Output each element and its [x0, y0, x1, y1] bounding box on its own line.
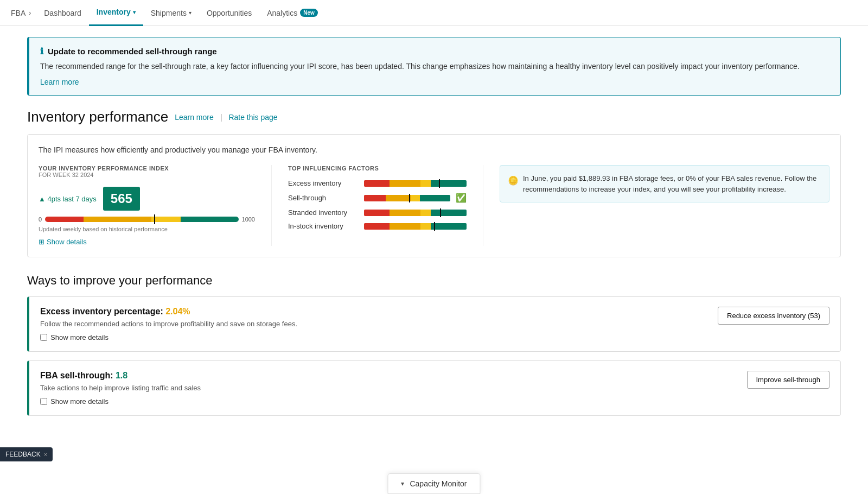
page-learn-more-link[interactable]: Learn more	[175, 113, 214, 122]
ipi-score-box: 565	[103, 187, 140, 211]
factor-row-1: Sell-through✅	[288, 193, 467, 203]
ipi-card-body: YOUR INVENTORY PERFORMANCE INDEX FOR WEE…	[39, 165, 829, 246]
improve-card-2: FBA sell-through: 1.8 Take actions to he…	[27, 360, 841, 416]
factor-bar-1	[364, 195, 450, 201]
factor-row-0: Excess inventory	[288, 179, 467, 187]
improve-value-2: 1.8	[116, 371, 127, 380]
dollar-circle-icon: 🪙	[508, 174, 519, 194]
factor-label-0: Excess inventory	[288, 179, 359, 187]
factor-bar-container-1	[364, 195, 450, 201]
ipi-updated: Updated weekly based on historical perfo…	[39, 226, 255, 232]
improve-card-1: Excess inventory percentage: 2.04% Follo…	[27, 296, 841, 352]
nav-inventory[interactable]: Inventory ▾	[89, 0, 143, 26]
expand-icon: ⊞	[39, 238, 44, 246]
nav-shipments[interactable]: Shipments ▾	[143, 0, 199, 26]
factors-title: TOP INFLUENCING FACTORS	[288, 165, 467, 172]
nav-analytics[interactable]: Analytics New	[259, 0, 326, 26]
factor-label-1: Sell-through	[288, 194, 359, 202]
inventory-chevron-icon: ▾	[133, 9, 136, 15]
nav-dashboard[interactable]: Dashboard	[36, 0, 89, 26]
ipi-card: The IPI measures how efficiently and pro…	[27, 134, 841, 257]
alert-body: The recommended range for the sell-throu…	[40, 61, 829, 72]
factor-marker-2	[440, 208, 441, 217]
ipi-delta: ▲ 4pts last 7 days	[39, 195, 97, 203]
page-title: Inventory performance	[27, 109, 168, 125]
alert-learn-more-link[interactable]: Learn more	[40, 78, 79, 86]
improve-checkbox-row-2: Show more details	[40, 397, 736, 406]
improve-sell-through-button[interactable]: Improve sell-through	[747, 371, 830, 389]
improve-card-1-right: Reduce excess inventory (53)	[707, 307, 829, 325]
improve-section-title: Ways to improve your performance	[27, 274, 841, 288]
shipments-chevron-icon: ▾	[189, 10, 192, 16]
ipi-desc: The IPI measures how efficiently and pro…	[39, 145, 829, 154]
analytics-new-badge: New	[300, 9, 318, 17]
title-separator: |	[220, 113, 222, 122]
factor-label-2: Stranded inventory	[288, 208, 359, 217]
ipi-range-start: 0	[39, 216, 42, 223]
alert-title: Update to recommended sell-through range	[48, 47, 217, 56]
factor-marker-3	[434, 222, 435, 231]
improve-checkbox-1[interactable]	[40, 334, 47, 341]
callout-text: In June, you paid $1,889.93 in FBA stora…	[523, 173, 821, 194]
page-title-row: Inventory performance Learn more | Rate …	[27, 109, 841, 125]
factor-check-icon-1: ✅	[456, 193, 467, 203]
ipi-marker	[154, 214, 155, 224]
improve-card-2-right: Improve sell-through	[736, 371, 830, 389]
factor-bar-container-2	[364, 210, 467, 216]
factor-label-3: In-stock inventory	[288, 222, 359, 230]
ipi-left: YOUR INVENTORY PERFORMANCE INDEX FOR WEE…	[39, 165, 272, 246]
factors-list: Excess inventorySell-through✅Stranded in…	[288, 179, 467, 230]
ipi-score-row: ▲ 4pts last 7 days 565	[39, 187, 255, 211]
improve-title-1: Excess inventory percentage: 2.04%	[40, 307, 707, 316]
improve-card-2-left: FBA sell-through: 1.8 Take actions to he…	[40, 371, 736, 406]
factor-bar-container-3	[364, 223, 467, 230]
ipi-range-bar: 0 1000	[39, 216, 255, 223]
improve-checkbox-2[interactable]	[40, 398, 47, 405]
factor-marker-0	[439, 179, 440, 188]
alert-banner: ℹ Update to recommended sell-through ran…	[27, 37, 841, 96]
nav-opportunities[interactable]: Opportunities	[199, 0, 259, 26]
top-nav: FBA › Dashboard Inventory ▾ Shipments ▾ …	[0, 0, 868, 26]
info-icon: ℹ	[40, 46, 43, 56]
ipi-middle: TOP INFLUENCING FACTORS Excess inventory…	[272, 165, 483, 246]
improve-desc-1: Follow the recommended actions to improv…	[40, 320, 707, 328]
improve-desc-2: Take actions to help improve listing tra…	[40, 384, 736, 392]
ipi-week-label: FOR WEEK 32 2024	[39, 172, 255, 178]
factor-row-3: In-stock inventory	[288, 222, 467, 230]
factor-marker-1	[409, 194, 410, 202]
improve-value-1: 2.04%	[165, 307, 190, 316]
factor-bar-2	[364, 210, 467, 216]
reduce-excess-inventory-button[interactable]: Reduce excess inventory (53)	[718, 307, 829, 325]
factor-bar-container-0	[364, 180, 467, 187]
improve-card-1-left: Excess inventory percentage: 2.04% Follo…	[40, 307, 707, 341]
factor-row-2: Stranded inventory	[288, 208, 467, 217]
nav-fba: FBA	[11, 9, 25, 17]
factor-bar-0	[364, 180, 467, 187]
rate-page-link[interactable]: Rate this page	[228, 113, 277, 122]
ipi-section-label: YOUR INVENTORY PERFORMANCE INDEX	[39, 165, 255, 172]
factor-bar-3	[364, 223, 467, 230]
ipi-right: 🪙 In June, you paid $1,889.93 in FBA sto…	[483, 165, 829, 246]
show-details-link[interactable]: ⊞ Show details	[39, 238, 255, 246]
nav-arrow: ›	[29, 9, 31, 17]
page-content: ℹ Update to recommended sell-through ran…	[11, 26, 857, 435]
alert-header: ℹ Update to recommended sell-through ran…	[40, 46, 829, 56]
ipi-track	[45, 217, 238, 222]
ipi-callout: 🪙 In June, you paid $1,889.93 in FBA sto…	[500, 165, 829, 202]
improve-checkbox-row-1: Show more details	[40, 333, 707, 341]
improve-title-2: FBA sell-through: 1.8	[40, 371, 736, 381]
ipi-range-end: 1000	[242, 216, 255, 223]
